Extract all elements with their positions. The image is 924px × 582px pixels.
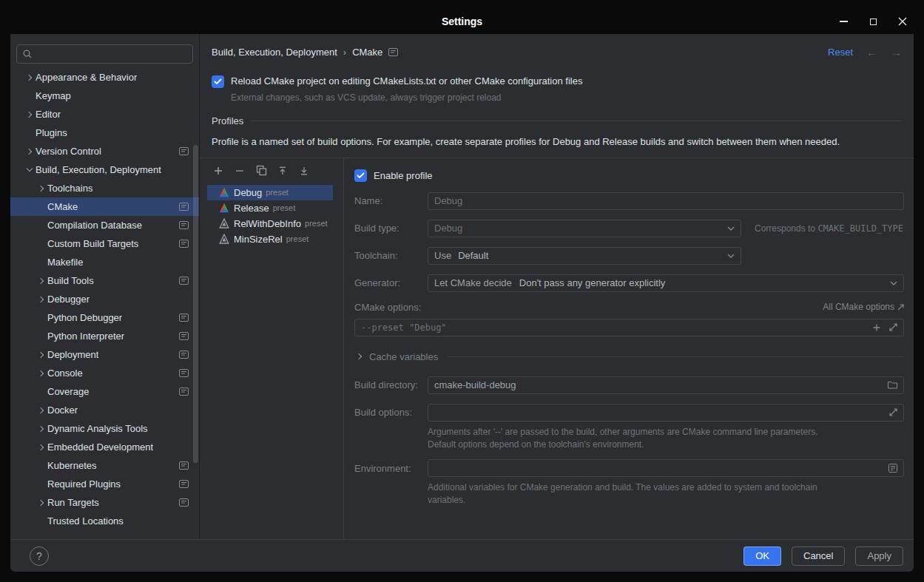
build-type-note-prefix: Corresponds to — [755, 223, 817, 234]
sidebar-item-version-control[interactable]: Version Control — [10, 142, 199, 160]
build-type-select[interactable]: Debug — [428, 220, 741, 237]
profile-item-release[interactable]: Release preset — [207, 200, 333, 216]
remove-profile-button[interactable] — [234, 165, 246, 177]
add-profile-button[interactable] — [212, 165, 224, 177]
cache-variables-toggle[interactable]: Cache variables — [354, 351, 904, 362]
sidebar-item-deployment[interactable]: Deployment — [10, 345, 199, 364]
cmake-profile-icon — [219, 203, 229, 213]
cmake-options-expand-button[interactable] — [889, 323, 897, 331]
profile-item-minsizerel[interactable]: MinSizeRel preset — [207, 231, 333, 247]
environment-actions — [888, 464, 897, 473]
sidebar-item-build-execution-deployment[interactable]: Build, Execution, Deployment — [10, 160, 199, 179]
name-row: Name: Debug — [354, 192, 904, 210]
profile-name: MinSizeRel — [234, 234, 283, 245]
tree-chevron-icon — [36, 497, 47, 509]
sidebar-item-embedded-development[interactable]: Embedded Development — [10, 438, 199, 456]
tree-chevron-icon — [36, 201, 47, 213]
reset-link[interactable]: Reset — [828, 47, 853, 58]
profiles-description: Profile is a named set of build options.… — [212, 136, 902, 147]
environment-input[interactable] — [428, 459, 904, 477]
build-options-expand-button[interactable] — [889, 408, 897, 416]
generator-label: Generator: — [354, 277, 428, 288]
copy-profile-button[interactable] — [255, 165, 267, 177]
sidebar-item-run-targets[interactable]: Run Targets — [10, 493, 199, 512]
sidebar-item-required-plugins[interactable]: Required Plugins — [10, 475, 199, 493]
sidebar-item-appearance-behavior[interactable]: Appearance & Behavior — [10, 68, 199, 87]
generator-select[interactable]: Let CMake decide Don't pass any generato… — [428, 274, 904, 292]
cmake-options-add-button[interactable] — [872, 323, 881, 332]
sidebar-item-dynamic-analysis-tools[interactable]: Dynamic Analysis Tools — [10, 419, 199, 438]
add-icon — [213, 166, 223, 176]
cancel-button[interactable]: Cancel — [792, 547, 845, 566]
sidebar-item-label: Trusted Locations — [47, 515, 124, 527]
sidebar-item-console[interactable]: Console — [10, 364, 199, 382]
move-down-button[interactable] — [298, 165, 310, 177]
toolchain-select[interactable]: Use Default — [428, 247, 741, 265]
reload-cmake-checkbox[interactable] — [212, 75, 224, 88]
build-type-note-code: CMAKE_BUILD_TYPE — [817, 223, 903, 234]
cmake-options-input[interactable]: --preset "Debug" — [354, 319, 904, 336]
close-button[interactable] — [896, 15, 909, 28]
profiles-split: Debug preset Release preset — [200, 158, 914, 539]
breadcrumb-item-build-execution-deployment[interactable]: Build, Execution, Deployment — [212, 47, 337, 58]
profile-item-debug[interactable]: Debug preset — [207, 185, 333, 200]
nav-back-button[interactable]: ← — [866, 46, 877, 58]
nav-forward-button[interactable]: → — [891, 46, 902, 58]
sidebar-item-makefile[interactable]: Makefile — [10, 253, 199, 271]
profile-suffix: preset — [266, 188, 289, 197]
environment-list-button[interactable] — [888, 464, 897, 473]
profile-form: Enable profile Name: Debug Build type: D… — [344, 158, 914, 539]
build-options-actions — [889, 408, 897, 416]
sidebar-scrollbar[interactable] — [193, 145, 198, 463]
sidebar-item-keymap[interactable]: Keymap — [10, 87, 199, 105]
main-panel: Build, Execution, Deployment › CMake Res… — [200, 34, 914, 539]
sidebar-item-label: Python Debugger — [47, 312, 122, 323]
sidebar-item-docker[interactable]: Docker — [10, 401, 199, 419]
breadcrumb-item-cmake[interactable]: CMake — [352, 47, 382, 58]
sidebar-item-compilation-database[interactable]: Compilation Database — [10, 216, 199, 234]
build-directory-input[interactable]: cmake-build-debug — [428, 376, 904, 394]
sidebar-item-editor[interactable]: Editor — [10, 105, 199, 123]
sidebar-item-cmake[interactable]: CMake — [10, 197, 199, 216]
sidebar-item-coverage[interactable]: Coverage — [10, 382, 199, 401]
profile-suffix: preset — [273, 203, 296, 212]
sidebar-item-label: Build Tools — [47, 275, 94, 286]
sidebar-item-build-tools[interactable]: Build Tools — [10, 271, 199, 290]
sidebar-item-plugins[interactable]: Plugins — [10, 123, 199, 142]
ok-button[interactable]: OK — [743, 547, 781, 566]
build-options-input[interactable] — [428, 404, 904, 422]
name-input[interactable]: Debug — [428, 192, 904, 210]
settings-window: Settings Appearance & Behavior Keymap — [0, 0, 924, 582]
settings-dialog: Appearance & Behavior Keymap Editor Plug… — [10, 34, 914, 572]
build-type-note: Corresponds to CMAKE_BUILD_TYPE — [755, 223, 903, 234]
tree-chevron-icon — [36, 312, 47, 324]
tree-chevron-icon — [36, 441, 47, 453]
sidebar-item-kubernetes[interactable]: Kubernetes — [10, 456, 199, 475]
build-options-label: Build options: — [354, 407, 428, 418]
sidebar-item-trusted-locations[interactable]: Trusted Locations — [10, 512, 199, 530]
profile-item-relwithdebinfo[interactable]: RelWithDebInfo preset — [207, 216, 333, 231]
help-button[interactable]: ? — [30, 547, 49, 566]
sidebar-item-toolchains[interactable]: Toolchains — [10, 179, 199, 197]
minimize-button[interactable] — [837, 15, 850, 28]
tree-chevron-icon — [24, 127, 36, 139]
sidebar-item-custom-build-targets[interactable]: Custom Build Targets — [10, 234, 199, 253]
toolchain-value: Default — [458, 250, 488, 261]
browse-folder-button[interactable] — [888, 381, 897, 389]
cmake-profile-icon — [219, 187, 229, 197]
cmake-options-value: --preset "Debug" — [361, 322, 447, 333]
maximize-button[interactable] — [866, 15, 880, 28]
environment-icon — [888, 464, 897, 473]
sidebar-item-python-debugger[interactable]: Python Debugger — [10, 308, 199, 327]
tree-chevron-icon — [36, 386, 47, 398]
all-cmake-options-link[interactable]: All CMake options — [823, 302, 904, 312]
sidebar-item-label: Editor — [36, 109, 61, 120]
apply-button[interactable]: Apply — [855, 547, 903, 566]
search-input[interactable] — [36, 49, 187, 60]
sidebar-item-python-interpreter[interactable]: Python Interpreter — [10, 327, 199, 345]
enable-profile-checkbox[interactable] — [354, 169, 367, 182]
settings-search[interactable] — [16, 44, 193, 64]
move-up-button[interactable] — [277, 165, 289, 177]
name-value: Debug — [434, 195, 462, 206]
sidebar-item-debugger[interactable]: Debugger — [10, 290, 199, 308]
